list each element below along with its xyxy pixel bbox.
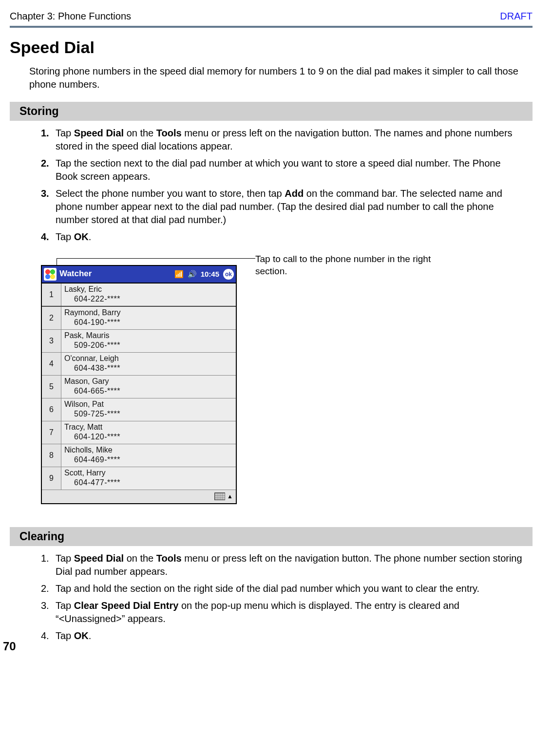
entry-info[interactable]: O'connar, Leigh604-438-****: [61, 353, 236, 375]
entry-info[interactable]: Lasky, Eric604-222-****: [61, 284, 236, 306]
figure: Tap to call to the phone number in the r…: [41, 253, 533, 516]
chapter-label: Chapter 3: Phone Functions: [10, 10, 131, 23]
leader-line: [57, 258, 255, 259]
start-icon[interactable]: [44, 268, 57, 281]
step-number: 2.: [41, 582, 56, 595]
step-number: 2.: [41, 157, 56, 183]
keyboard-icon[interactable]: [214, 492, 225, 500]
speed-dial-row[interactable]: 2 Raymond, Barry604-190-****: [42, 306, 236, 329]
step-number: 4.: [41, 230, 56, 244]
app-title: Watcher: [59, 268, 171, 280]
title-bar[interactable]: Watcher 📶 🔊 10:45 ok: [42, 266, 236, 283]
list-item: 1. Tap Speed Dial on the Tools menu or p…: [41, 127, 523, 153]
entry-info[interactable]: Scott, Harry604-477-****: [61, 467, 236, 490]
status-icons: 📶 🔊 10:45 ok: [174, 269, 234, 280]
speaker-icon: 🔊: [188, 269, 197, 279]
list-item: 3. Tap Clear Speed Dial Entry on the pop…: [41, 599, 523, 625]
page-number: 70: [3, 639, 16, 654]
step-text: Tap Speed Dial on the Tools menu or pres…: [56, 552, 523, 578]
step-text: Tap Clear Speed Dial Entry on the pop-up…: [56, 599, 523, 625]
list-item: 4. Tap OK.: [41, 629, 523, 643]
list-item: 2. Tap and hold the section on the right…: [41, 582, 523, 595]
speed-dial-row[interactable]: 5 Mason, Gary604-665-****: [42, 375, 236, 398]
step-text: Tap the section next to the dial pad num…: [56, 157, 523, 183]
speed-dial-row[interactable]: 1 Lasky, Eric604-222-****: [42, 283, 236, 306]
section-clearing: Clearing: [10, 527, 533, 546]
speed-dial-row[interactable]: 8 Nicholls, Mike604-469-****: [42, 444, 236, 467]
dial-pad-number[interactable]: 7: [42, 421, 61, 444]
step-text: Tap and hold the section on the right si…: [56, 582, 523, 595]
draft-label: DRAFT: [500, 10, 533, 23]
entry-info[interactable]: Nicholls, Mike604-469-****: [61, 444, 236, 467]
dial-pad-number[interactable]: 2: [42, 307, 61, 329]
step-number: 3.: [41, 599, 56, 625]
dial-pad-number[interactable]: 3: [42, 330, 61, 352]
speed-dial-list: 1 Lasky, Eric604-222-**** 2 Raymond, Bar…: [42, 283, 236, 490]
page-title: Speed Dial: [10, 37, 533, 59]
storing-steps: 1. Tap Speed Dial on the Tools menu or p…: [41, 127, 523, 244]
list-item: 3. Select the phone number you want to s…: [41, 187, 523, 227]
signal-icon: 📶: [174, 269, 184, 279]
step-number: 3.: [41, 187, 56, 227]
dial-pad-number[interactable]: 5: [42, 376, 61, 398]
speed-dial-row[interactable]: 6 Wilson, Pat509-725-****: [42, 398, 236, 421]
ok-button[interactable]: ok: [223, 269, 234, 280]
step-number: 1.: [41, 552, 56, 578]
command-bar[interactable]: ▲: [42, 490, 236, 503]
entry-info[interactable]: Tracy, Matt604-120-****: [61, 421, 236, 444]
speed-dial-row[interactable]: 4 O'connar, Leigh604-438-****: [42, 352, 236, 375]
intro-paragraph: Storing phone numbers in the speed dial …: [29, 65, 523, 91]
page-header: Chapter 3: Phone Functions DRAFT: [10, 10, 533, 26]
dial-pad-number[interactable]: 9: [42, 467, 61, 490]
list-item: 1. Tap Speed Dial on the Tools menu or p…: [41, 552, 523, 578]
menu-arrow-icon[interactable]: ▲: [227, 492, 233, 500]
step-text: Tap OK.: [56, 230, 523, 244]
dial-pad-number[interactable]: 8: [42, 444, 61, 467]
step-text: Select the phone number you want to stor…: [56, 187, 523, 227]
clearing-steps: 1. Tap Speed Dial on the Tools menu or p…: [41, 552, 523, 643]
entry-info[interactable]: Raymond, Barry604-190-****: [61, 307, 236, 329]
callout-text: Tap to call to the phone number in the r…: [255, 253, 440, 277]
entry-info[interactable]: Mason, Gary604-665-****: [61, 376, 236, 398]
entry-info[interactable]: Wilson, Pat509-725-****: [61, 398, 236, 421]
entry-info[interactable]: Pask, Mauris509-206-****: [61, 330, 236, 352]
section-storing: Storing: [10, 102, 533, 121]
step-number: 4.: [41, 629, 56, 643]
header-rule: [10, 26, 533, 28]
step-text: Tap Speed Dial on the Tools menu or pres…: [56, 127, 523, 153]
speed-dial-row[interactable]: 9 Scott, Harry604-477-****: [42, 467, 236, 490]
clock: 10:45: [201, 269, 219, 279]
step-text: Tap OK.: [56, 629, 523, 643]
device-screenshot: Watcher 📶 🔊 10:45 ok 1 Lasky, Eric604-22…: [41, 265, 237, 504]
step-number: 1.: [41, 127, 56, 153]
list-item: 2. Tap the section next to the dial pad …: [41, 157, 523, 183]
dial-pad-number[interactable]: 6: [42, 398, 61, 421]
speed-dial-row[interactable]: 7 Tracy, Matt604-120-****: [42, 421, 236, 444]
speed-dial-row[interactable]: 3 Pask, Mauris509-206-****: [42, 329, 236, 352]
list-item: 4. Tap OK.: [41, 230, 523, 244]
dial-pad-number[interactable]: 1: [42, 284, 61, 306]
dial-pad-number[interactable]: 4: [42, 353, 61, 375]
